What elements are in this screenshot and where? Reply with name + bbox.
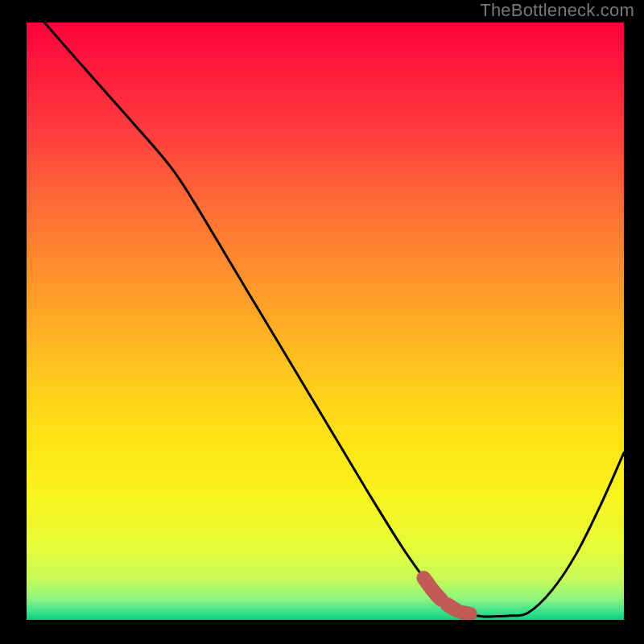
gradient-background: [27, 23, 624, 620]
chart-svg: [27, 23, 624, 620]
chart-stage: TheBottleneck.com: [0, 0, 644, 644]
chart: [27, 23, 624, 620]
watermark-label: TheBottleneck.com: [480, 0, 634, 21]
